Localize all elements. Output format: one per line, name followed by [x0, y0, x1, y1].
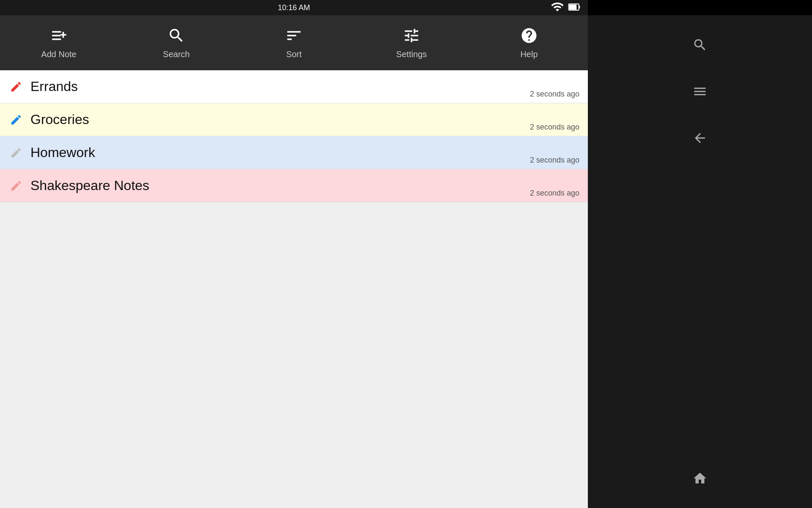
note-content-errands: Errands [30, 73, 579, 100]
note-time-shakespeare: 2 seconds ago [530, 189, 579, 198]
settings-button[interactable]: Settings [390, 27, 433, 59]
app-area: Add Note Search Sort [0, 15, 588, 508]
note-content-homework: Homework [30, 139, 579, 166]
help-button[interactable]: Help [508, 27, 550, 59]
wifi-icon [551, 0, 564, 15]
note-item-shakespeare[interactable]: Shakespeare Notes 2 seconds ago [0, 169, 588, 202]
status-time: 10:16 AM [278, 3, 310, 12]
note-icon-shakespeare [8, 178, 24, 193]
help-label: Help [520, 50, 538, 59]
note-content-shakespeare: Shakespeare Notes [30, 172, 579, 199]
notes-list: Errands 2 seconds ago Groceries 2 second… [0, 70, 588, 508]
settings-label: Settings [396, 50, 427, 59]
note-time-homework: 2 seconds ago [530, 156, 579, 165]
note-title-homework: Homework [30, 145, 579, 160]
svg-rect-1 [569, 5, 576, 10]
sort-icon [285, 27, 303, 47]
note-title-errands: Errands [30, 79, 579, 94]
right-sidebar [588, 15, 812, 508]
svg-rect-2 [579, 6, 580, 8]
sidebar-notes-button[interactable] [687, 79, 713, 104]
sidebar-back-button[interactable] [687, 125, 713, 151]
status-icons [551, 0, 581, 15]
sidebar-search-button[interactable] [687, 32, 713, 58]
sort-label: Sort [286, 50, 302, 59]
status-bar: 10:16 AM [0, 0, 588, 15]
sidebar-home-button[interactable] [687, 466, 713, 491]
add-note-icon [50, 27, 68, 47]
help-icon [520, 27, 538, 47]
note-icon-homework [8, 145, 24, 160]
main-layout: Add Note Search Sort [0, 15, 812, 508]
add-note-button[interactable]: Add Note [38, 27, 80, 59]
battery-icon [568, 0, 581, 15]
toolbar: Add Note Search Sort [0, 15, 588, 70]
note-time-groceries: 2 seconds ago [530, 123, 579, 132]
note-item-errands[interactable]: Errands 2 seconds ago [0, 70, 588, 103]
sort-button[interactable]: Sort [273, 27, 315, 59]
add-note-label: Add Note [41, 50, 76, 59]
note-time-errands: 2 seconds ago [530, 90, 579, 99]
note-icon-errands [8, 79, 24, 94]
search-icon [167, 27, 185, 47]
settings-icon [403, 27, 420, 47]
note-item-homework[interactable]: Homework 2 seconds ago [0, 136, 588, 169]
search-label: Search [163, 50, 189, 59]
note-content-groceries: Groceries [30, 106, 579, 133]
note-item-groceries[interactable]: Groceries 2 seconds ago [0, 103, 588, 136]
note-title-groceries: Groceries [30, 112, 579, 127]
note-icon-groceries [8, 112, 24, 127]
search-button[interactable]: Search [155, 27, 198, 59]
note-title-shakespeare: Shakespeare Notes [30, 178, 579, 193]
